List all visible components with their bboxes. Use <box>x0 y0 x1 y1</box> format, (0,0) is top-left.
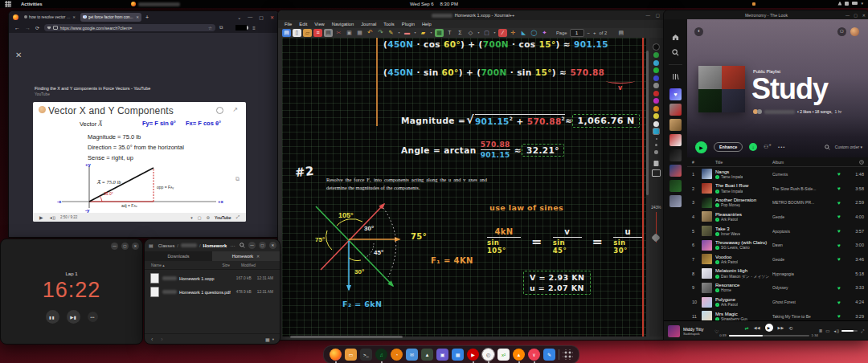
menu-edit[interactable]: Edit <box>299 22 307 27</box>
track-title[interactable]: Nangs <box>715 169 772 175</box>
maximize-button[interactable]: ▢ <box>259 14 264 20</box>
save-icon[interactable]: ▤ <box>282 29 291 37</box>
queue-icon[interactable]: ≣ <box>819 328 823 333</box>
maximize-button[interactable]: ▢ <box>259 242 266 249</box>
minimize-button[interactable]: — <box>845 13 850 18</box>
copy-icon[interactable]: ▣ <box>345 29 354 37</box>
close-overlay-icon[interactable]: ✕ <box>15 51 22 59</box>
dock-item-photos[interactable]: ▲ <box>421 349 433 361</box>
menu-tools[interactable]: Tools <box>383 22 395 27</box>
export-pdf-icon[interactable]: ≡ <box>313 29 322 37</box>
select-dropdown-icon[interactable]: ▾ <box>493 29 497 37</box>
pen-tool-icon[interactable]: ✎ <box>387 29 395 37</box>
breadcrumb-current[interactable]: Homework <box>203 243 227 248</box>
track-album[interactable]: Odyssey <box>772 285 833 290</box>
tab-close-icon[interactable]: ✕ <box>136 15 139 19</box>
close-button[interactable]: ✕ <box>269 242 276 249</box>
xournal-canvas[interactable]: (450N · cos 60°) + (700N · cos 15°) ≈ 90… <box>282 38 646 336</box>
palette-color-9[interactable] <box>653 113 659 119</box>
xournal-titlebar[interactable]: Homework 1.xopp - Xournal++ — ▢ <box>278 10 668 20</box>
sidebar-playlist-cover-1[interactable] <box>669 104 682 116</box>
breadcrumb-more-icon[interactable]: ⋯ <box>230 243 235 248</box>
hand-tool-icon[interactable]: ✛ <box>509 29 518 37</box>
highlighter-dropdown-icon[interactable]: ▾ <box>429 29 433 37</box>
settings-gear-icon[interactable]: ⚙ <box>206 215 209 220</box>
track-title[interactable]: Resonance <box>715 283 772 288</box>
palette-color-7[interactable] <box>653 98 659 104</box>
menu-help[interactable]: Help <box>422 22 432 27</box>
progress-bar[interactable] <box>729 335 809 336</box>
horizontal-scrollbar[interactable] <box>290 336 403 338</box>
track-row[interactable]: 8Melatonin High↓Dan Mason ダン・メイソンHypnago… <box>687 267 868 281</box>
system-tray[interactable]: ▾ <box>837 2 863 6</box>
menu-journal[interactable]: Journal <box>361 22 376 27</box>
column-size[interactable]: Size <box>223 263 230 267</box>
enhance-button[interactable]: Enhance <box>714 142 743 152</box>
track-album[interactable]: The Slow Rush B-Side... <box>772 186 833 191</box>
liked-heart-icon[interactable]: ♥ <box>833 313 845 319</box>
back-button[interactable]: ← <box>14 25 20 31</box>
download-video-icon[interactable]: ▾ <box>190 215 193 220</box>
palette-color-4[interactable] <box>653 75 659 81</box>
sidebar-toggle-icon[interactable]: ▤ <box>149 243 154 248</box>
print-icon[interactable]: ▤ <box>324 29 333 37</box>
watch-later-icon[interactable] <box>216 107 223 114</box>
zoom-slider[interactable] <box>656 212 657 243</box>
undo-icon[interactable]: ↶ <box>366 29 375 37</box>
track-artist[interactable]: Ark Patrol <box>721 218 738 222</box>
palette-color-2[interactable] <box>653 60 659 66</box>
view-toggle-icon[interactable]: ▦ <box>265 336 270 342</box>
maximize-button[interactable]: ▢ <box>656 13 660 18</box>
column-name[interactable]: Name ▴ <box>151 263 165 267</box>
sidebar-playlist-cover-5[interactable] <box>669 165 682 177</box>
repeat-icon[interactable]: ⟲ <box>788 325 792 331</box>
text-tool-icon[interactable]: T <box>445 29 454 37</box>
new-document-icon[interactable]: ▯ <box>293 29 301 37</box>
track-title[interactable]: Take 3 <box>715 226 772 232</box>
spotify-titlebar[interactable]: Metronomy - The Look — ▢ ✕ <box>664 10 868 19</box>
track-album[interactable]: Hypnagogia <box>772 271 833 276</box>
track-title[interactable]: Another Dimension <box>715 198 772 203</box>
more-options-icon[interactable]: ••• <box>778 145 785 149</box>
track-title[interactable]: The Boat I Row <box>715 183 772 189</box>
forward-button[interactable]: → <box>25 25 31 31</box>
profile-avatar[interactable] <box>850 27 859 36</box>
paste-icon[interactable]: ▦ <box>355 29 364 37</box>
lap-button[interactable]: ▶▮ <box>67 310 80 324</box>
track-artist[interactable]: Tame Impala <box>721 190 743 194</box>
maximize-button[interactable]: ▢ <box>121 243 129 250</box>
home-icon[interactable] <box>672 34 679 41</box>
track-artist[interactable]: Tame Impala <box>721 175 743 179</box>
close-button[interactable]: ✕ <box>270 14 274 20</box>
tex-tool-icon[interactable]: Σ <box>456 29 465 37</box>
vertical-scrollbar[interactable] <box>646 51 649 195</box>
menu-file[interactable]: File <box>285 22 292 27</box>
search-icon[interactable] <box>672 49 679 56</box>
dock-item-files[interactable]: ▭ <box>345 349 357 361</box>
liked-heart-icon[interactable]: ♥ <box>833 228 845 234</box>
select-tool-icon[interactable]: ▢ <box>482 29 491 37</box>
url-bar[interactable]: https://www.google.com/search?client= ☆ <box>44 24 215 31</box>
minimize-button[interactable]: — <box>646 13 651 18</box>
breadcrumb-root[interactable]: Classes <box>158 243 175 248</box>
sidebar-playlist-cover-6[interactable] <box>669 180 682 192</box>
minimize-button[interactable]: — <box>248 14 252 19</box>
ruler-tool-icon[interactable]: ∕ <box>498 29 507 37</box>
tab-list-chevron-icon[interactable]: ⌄ <box>237 14 241 20</box>
activities-button[interactable]: Activities <box>21 2 43 6</box>
column-album[interactable]: Album <box>772 160 833 165</box>
highlighter-tool-icon[interactable]: ▰ <box>419 29 428 37</box>
eraser-tool-icon[interactable]: ▬ <box>403 29 411 37</box>
palette-color-5[interactable] <box>653 83 659 88</box>
menu-plugin[interactable]: Plugin <box>402 22 415 27</box>
page-layout-dual-icon[interactable] <box>653 161 660 166</box>
pip-icon[interactable]: ⧉ <box>235 176 240 182</box>
track-title[interactable]: Throwaway (with Clairo) <box>715 240 772 246</box>
volume-icon[interactable]: ◄)) <box>833 329 839 333</box>
dock-item-spotify[interactable]: ♫ <box>375 349 387 361</box>
play-button[interactable]: ▶ <box>695 141 707 153</box>
snap-tool-icon[interactable]: ✦ <box>540 29 549 37</box>
liked-heart-icon[interactable]: ♥ <box>833 285 845 291</box>
view-options-chevron-icon[interactable]: ▾ <box>272 337 274 341</box>
redo-icon[interactable]: ↷ <box>376 29 385 37</box>
